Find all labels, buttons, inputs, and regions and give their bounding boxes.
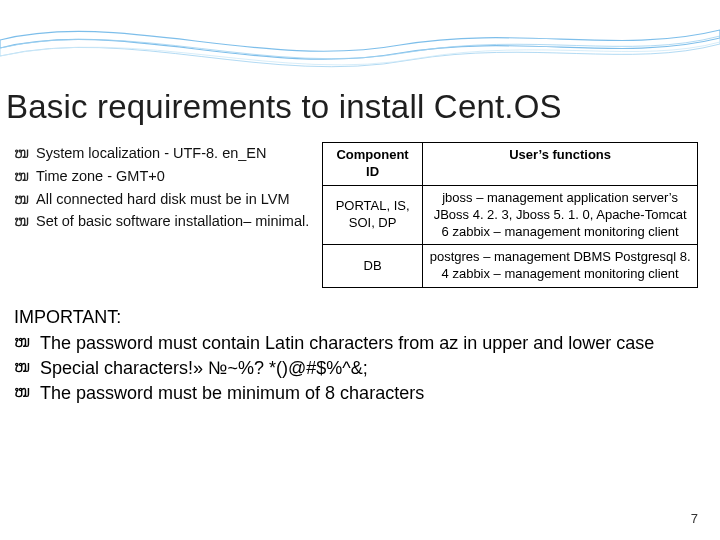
requirements-list: ໜ System localization - UTF-8. en_EN ໜ T… [14,142,322,288]
cell-user-functions: postgres – management DBMS Postgresql 8.… [423,245,698,288]
list-item: ໜ All connected hard disk must be in LVM [14,190,322,209]
page-number: 7 [691,511,698,526]
list-item: ໜ Special characters!» №~%? *()@#$%^&; [14,357,706,380]
table-row: DB postgres – management DBMS Postgresql… [323,245,698,288]
slide-title: Basic requirements to install Cent.OS [6,88,706,126]
list-item-text: Set of basic software installation– mini… [36,212,322,231]
table-header-row: Component ID User’s functions [323,143,698,186]
cell-user-functions: jboss – management application server’s … [423,185,698,245]
bullet-icon: ໜ [14,167,36,186]
important-heading: IMPORTANT: [14,306,706,329]
bullet-icon: ໜ [14,357,40,380]
col-component-id: Component ID [323,143,423,186]
list-item-text: System localization - UTF-8. en_EN [36,144,322,163]
list-item-text: The password must contain Latin characte… [40,332,706,355]
bullet-icon: ໜ [14,190,36,209]
bullet-icon: ໜ [14,382,40,405]
list-item: ໜ System localization - UTF-8. en_EN [14,144,322,163]
cell-component-id: DB [323,245,423,288]
table-row: PORTAL, IS, SOI, DP jboss – management a… [323,185,698,245]
important-section: IMPORTANT: ໜ The password must contain L… [14,306,706,406]
cell-component-id: PORTAL, IS, SOI, DP [323,185,423,245]
list-item-text: All connected hard disk must be in LVM [36,190,322,209]
components-table: Component ID User’s functions PORTAL, IS… [322,142,698,288]
list-item: ໜ The password must be minimum of 8 char… [14,382,706,405]
list-item-text: The password must be minimum of 8 charac… [40,382,706,405]
bullet-icon: ໜ [14,212,36,231]
list-item-text: Time zone - GMT+0 [36,167,322,186]
col-user-functions: User’s functions [423,143,698,186]
list-item-text: Special characters!» №~%? *()@#$%^&; [40,357,706,380]
list-item: ໜ The password must contain Latin charac… [14,332,706,355]
bullet-icon: ໜ [14,144,36,163]
bullet-icon: ໜ [14,332,40,355]
list-item: ໜ Time zone - GMT+0 [14,167,322,186]
list-item: ໜ Set of basic software installation– mi… [14,212,322,231]
